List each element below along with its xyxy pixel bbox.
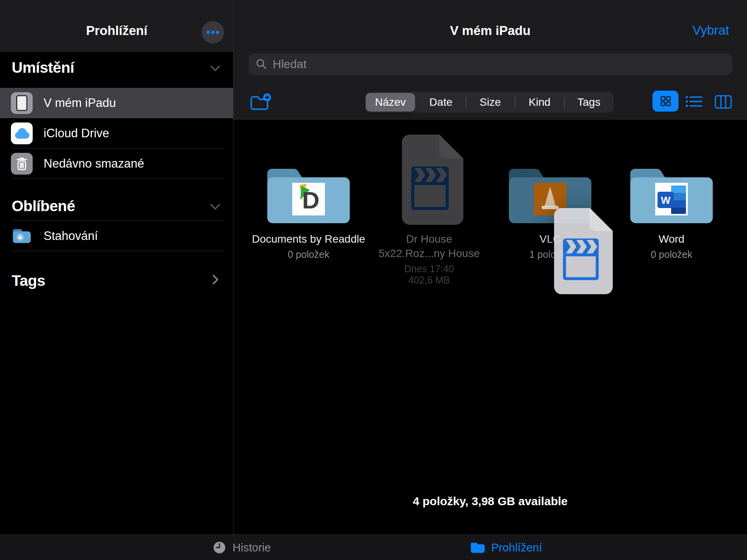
file-tile-word[interactable]: W Word 0 položek [621,163,722,260]
file-name: Word [615,232,728,246]
sort-segmented-control: Název Date Size Kind Tags [365,92,614,113]
sidebar-item-recently-deleted[interactable]: Nedávno smazané [0,149,233,179]
movie-file-icon [394,134,464,226]
tab-browse[interactable]: Prohlížení [451,535,560,560]
file-meta: 0 položek [651,249,692,260]
file-tile-vlc[interactable]: VLC 1 položka [500,163,601,260]
sidebar-item-label: Nedávno smazané [44,157,144,171]
files-app-screen: 17:41 út 25. 6. 26 % Prohlížení Umístění [0,0,747,560]
tab-label: Historie [233,541,271,554]
new-folder-icon [250,93,272,111]
file-tile-dr-house-movie[interactable]: Dr House 5x22.Roz...ny House Dnes 17:40 … [379,134,480,286]
file-name: Documents by Readdle [252,232,365,246]
storage-summary: 4 položky, 3,98 GB available [233,495,747,508]
file-name: VLC [493,232,607,246]
folder-icon: W [625,163,718,226]
sidebar-item-icloud-drive[interactable]: iCloud Drive [0,118,233,149]
segment-size[interactable]: Size [466,92,515,113]
file-meta: 402,6 MB [408,275,450,286]
separator [12,220,224,220]
trash-icon [11,153,33,175]
view-list-button[interactable] [685,95,703,109]
view-columns-button[interactable] [714,95,732,110]
sidebar-item-label: iCloud Drive [44,126,109,140]
ellipsis-icon [206,30,220,35]
downloads-folder-icon [11,225,33,247]
sidebar-item-on-my-ipad[interactable]: V mém iPadu [0,88,233,118]
ipad-icon [11,92,33,114]
segment-tags[interactable]: Tags [564,92,614,113]
sidebar-item-label: V mém iPadu [44,96,116,110]
browse-folder-icon [470,541,486,554]
segment-kind[interactable]: Kind [515,92,564,113]
select-button[interactable]: Vybrat [690,23,731,38]
icloud-icon [11,122,33,144]
section-header-tags[interactable]: Tags [12,272,45,289]
folder-icon [503,163,597,226]
search-bar[interactable] [249,53,732,75]
sidebar-item-downloads[interactable]: Stahování [0,221,233,251]
page-title: V mém iPadu [233,23,747,38]
chevron-down-icon[interactable] [210,65,220,72]
main-panel: V mém iPadu Vybrat Název Date Size Kind … [233,0,747,534]
separator [12,178,224,179]
segment-date[interactable]: Date [416,92,466,113]
sidebar-item-label: Stahování [44,229,98,243]
sidebar-title: Prohlížení [0,23,233,38]
segment-name[interactable]: Název [366,93,415,112]
file-meta: Dnes 17:40 [404,263,454,275]
sidebar: Prohlížení Umístění V mém iPadu [0,0,233,534]
columns-view-icon [714,95,732,109]
more-button[interactable] [202,21,224,44]
list-view-icon [685,95,703,108]
grid-view-icon [659,94,673,108]
svg-text:D: D [302,187,320,214]
file-tile-documents-by-readdle[interactable]: D Documents by Readdle 0 položek [258,163,359,260]
tab-label: Prohlížení [491,541,542,554]
new-folder-button[interactable] [250,93,272,112]
file-name: Dr House 5x22.Roz...ny House [372,232,486,261]
chevron-right-icon[interactable] [212,275,219,285]
svg-text:W: W [661,194,671,206]
folder-icon: D [262,163,355,226]
section-header-locations[interactable]: Umístění [12,59,74,76]
view-grid-button[interactable] [652,91,679,112]
tab-bar: Historie Prohlížení [0,534,747,560]
file-meta: 1 položka [529,249,571,260]
tab-history[interactable]: Historie [187,535,296,560]
file-meta: 0 položek [288,249,329,260]
section-header-favorites[interactable]: Oblíbené [12,198,75,215]
search-icon [256,58,267,70]
search-input[interactable] [272,57,726,71]
history-clock-icon [212,540,227,555]
separator [12,251,224,251]
chevron-down-icon[interactable] [210,204,220,210]
